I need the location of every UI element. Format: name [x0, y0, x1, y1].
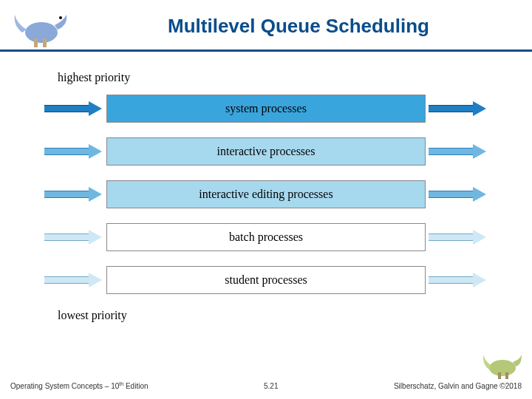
slide-header: Multilevel Queue Scheduling — [0, 0, 532, 52]
arrow-right-icon — [44, 230, 103, 245]
arrow-right-icon — [429, 273, 488, 287]
arrow-right-icon — [429, 187, 488, 202]
slide-footer: Operating System Concepts – 10th Edition… — [0, 377, 532, 399]
queue-row: batch processes — [44, 223, 488, 251]
footer-left-suffix: Edition — [123, 382, 148, 390]
slide-title: Multilevel Queue Scheduling — [80, 15, 517, 38]
queue-row: system processes — [44, 95, 488, 123]
queue-row: student processes — [44, 266, 488, 294]
arrow-right-icon — [44, 101, 103, 116]
footer-page-number: 5.21 — [264, 382, 278, 390]
queue-box: interactive editing processes — [106, 180, 426, 208]
svg-point-3 — [59, 16, 62, 19]
footer-right: Silberschatz, Galvin and Gagne ©2018 — [394, 382, 522, 390]
slide-content: highest priority system processesinterac… — [0, 52, 532, 369]
footer-copyright: Silberschatz, Galvin and Gagne ©2018 — [394, 382, 522, 390]
queue-row: interactive processes — [44, 137, 488, 166]
queues-container: system processesinteractive processesint… — [44, 95, 488, 294]
queue-box: interactive processes — [106, 137, 426, 166]
queue-box: batch processes — [106, 223, 426, 251]
lowest-priority-label: lowest priority — [58, 309, 488, 322]
queue-box: student processes — [106, 266, 426, 294]
arrow-right-icon — [44, 187, 103, 202]
queue-row: interactive editing processes — [44, 180, 488, 208]
arrow-right-icon — [44, 273, 103, 287]
arrow-right-icon — [429, 230, 488, 245]
arrow-right-icon — [429, 101, 488, 116]
queue-box: system processes — [106, 95, 426, 123]
dinosaur-left-icon — [6, 7, 72, 52]
svg-point-4 — [489, 360, 516, 376]
highest-priority-label: highest priority — [58, 71, 488, 84]
arrow-right-icon — [44, 144, 103, 159]
svg-rect-2 — [43, 38, 47, 47]
svg-rect-1 — [34, 38, 38, 47]
arrow-right-icon — [429, 144, 488, 159]
footer-left: Operating System Concepts – 10th Edition — [10, 381, 149, 390]
svg-point-0 — [25, 22, 58, 43]
footer-left-prefix: Operating System Concepts – 10 — [10, 382, 119, 390]
